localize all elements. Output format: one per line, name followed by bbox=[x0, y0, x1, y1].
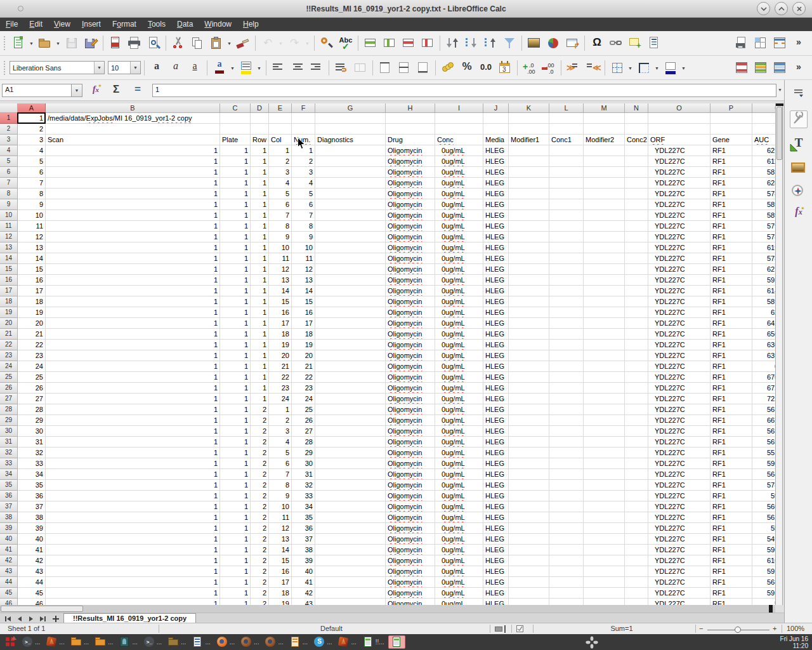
cell[interactable]: HLEG bbox=[483, 156, 509, 167]
cell[interactable] bbox=[315, 491, 386, 501]
split-window-button[interactable] bbox=[770, 34, 789, 53]
cell[interactable]: Oligomycin bbox=[386, 577, 435, 588]
cell[interactable]: 1 bbox=[220, 189, 251, 199]
cell[interactable]: 28 bbox=[292, 437, 315, 448]
row-header-13[interactable]: 13 bbox=[0, 242, 18, 253]
cell[interactable]: YDL227C bbox=[648, 383, 710, 394]
cell[interactable]: 2 bbox=[251, 534, 269, 545]
cell[interactable]: 3 bbox=[269, 167, 292, 178]
cell[interactable] bbox=[625, 145, 648, 156]
taskbar-item-6[interactable]: ... bbox=[166, 635, 188, 649]
cell[interactable] bbox=[710, 124, 752, 135]
cut-button[interactable] bbox=[169, 34, 188, 53]
cell[interactable]: 0ug/mL bbox=[435, 178, 483, 189]
cell[interactable]: YDL227C bbox=[648, 167, 710, 178]
cell[interactable] bbox=[509, 426, 549, 437]
cell[interactable]: 670 bbox=[752, 372, 775, 383]
column-header-L[interactable]: L bbox=[549, 103, 584, 113]
cell[interactable] bbox=[549, 491, 584, 501]
cell[interactable]: 59 bbox=[752, 491, 775, 501]
headers-and-footers-button[interactable] bbox=[645, 34, 664, 53]
cell[interactable]: 589 bbox=[752, 199, 775, 210]
cell[interactable]: 32 bbox=[18, 448, 46, 458]
cell[interactable] bbox=[251, 113, 269, 124]
cell[interactable]: Oligomycin bbox=[386, 329, 435, 340]
session-spinner-icon[interactable] bbox=[586, 636, 598, 649]
print-preview-button[interactable] bbox=[144, 34, 163, 53]
cell[interactable]: 1 bbox=[251, 350, 269, 361]
cell[interactable]: 38 bbox=[292, 545, 315, 555]
cell[interactable] bbox=[315, 318, 386, 329]
cell[interactable] bbox=[584, 394, 625, 404]
cell[interactable]: 589 bbox=[752, 296, 775, 307]
cell[interactable]: 1 bbox=[46, 296, 220, 307]
cell[interactable]: HLEG bbox=[483, 253, 509, 264]
cell[interactable]: RF1 bbox=[710, 350, 752, 361]
row-header-33[interactable]: 33 bbox=[0, 458, 18, 469]
cell[interactable] bbox=[625, 469, 648, 480]
column-header-J[interactable]: J bbox=[483, 103, 509, 113]
cell[interactable] bbox=[625, 394, 648, 404]
cell[interactable]: 2 bbox=[251, 512, 269, 523]
cell[interactable] bbox=[386, 113, 435, 124]
cell[interactable]: RF1 bbox=[710, 448, 752, 458]
cell[interactable]: 2 bbox=[251, 588, 269, 599]
cell[interactable]: 1 bbox=[220, 426, 251, 437]
cell[interactable]: 1 bbox=[46, 286, 220, 296]
column-header-Q[interactable]: Q bbox=[752, 103, 775, 113]
cell[interactable]: 1 bbox=[251, 232, 269, 242]
cell[interactable] bbox=[549, 210, 584, 221]
cell[interactable]: HLEG bbox=[483, 588, 509, 599]
center-vertically-button[interactable] bbox=[395, 58, 414, 77]
cell[interactable]: Scan bbox=[46, 135, 220, 145]
cell[interactable] bbox=[509, 242, 549, 253]
cell[interactable] bbox=[625, 426, 648, 437]
cell[interactable]: 2 bbox=[251, 566, 269, 577]
cell[interactable]: YDL227C bbox=[648, 307, 710, 318]
cell[interactable] bbox=[509, 404, 549, 415]
cell[interactable] bbox=[584, 350, 625, 361]
cell[interactable] bbox=[509, 437, 549, 448]
cell[interactable]: YDL227C bbox=[648, 404, 710, 415]
cell[interactable]: Oligomycin bbox=[386, 383, 435, 394]
taskbar-item-0[interactable]: >_... bbox=[20, 635, 43, 649]
cell[interactable]: 36 bbox=[18, 491, 46, 501]
cell[interactable] bbox=[315, 523, 386, 534]
column-header-C[interactable]: C bbox=[220, 103, 251, 113]
name-box-dropdown[interactable]: ▼ bbox=[72, 84, 82, 97]
cell[interactable] bbox=[292, 124, 315, 135]
cell[interactable]: 3 bbox=[292, 167, 315, 178]
cell[interactable]: 1 bbox=[46, 210, 220, 221]
cell[interactable]: 6 bbox=[752, 361, 775, 372]
vertical-scrollbar-thumb[interactable] bbox=[776, 107, 782, 160]
cell[interactable]: Oligomycin bbox=[386, 534, 435, 545]
cell[interactable]: RF1 bbox=[710, 296, 752, 307]
cell[interactable]: YDL227C bbox=[648, 577, 710, 588]
cell[interactable]: 15 bbox=[292, 296, 315, 307]
cell[interactable]: 1 bbox=[46, 480, 220, 491]
cell[interactable]: 1 bbox=[251, 340, 269, 350]
cell[interactable]: 1 bbox=[46, 275, 220, 286]
cell[interactable] bbox=[549, 145, 584, 156]
cell[interactable] bbox=[625, 458, 648, 469]
cell[interactable]: 1 bbox=[46, 555, 220, 566]
font-name-select[interactable]: Liberation Sans▼ bbox=[10, 61, 105, 74]
cell[interactable]: YDL227C bbox=[648, 491, 710, 501]
cell[interactable] bbox=[315, 458, 386, 469]
cell[interactable] bbox=[509, 264, 549, 275]
cell[interactable]: 562 bbox=[752, 512, 775, 523]
cell[interactable] bbox=[315, 361, 386, 372]
cell[interactable]: 0ug/mL bbox=[435, 599, 483, 605]
dropdown-button[interactable]: ▼ bbox=[277, 34, 285, 53]
cell[interactable]: 1 bbox=[220, 340, 251, 350]
cell[interactable] bbox=[625, 415, 648, 426]
cell[interactable] bbox=[549, 372, 584, 383]
cell[interactable]: HLEG bbox=[483, 577, 509, 588]
cell[interactable] bbox=[549, 275, 584, 286]
cell[interactable] bbox=[549, 361, 584, 372]
cell[interactable]: 1 bbox=[220, 458, 251, 469]
cell[interactable]: 1 bbox=[220, 199, 251, 210]
cell[interactable]: Oligomycin bbox=[386, 361, 435, 372]
cell[interactable]: 1 bbox=[220, 588, 251, 599]
cell[interactable]: 45 bbox=[18, 588, 46, 599]
